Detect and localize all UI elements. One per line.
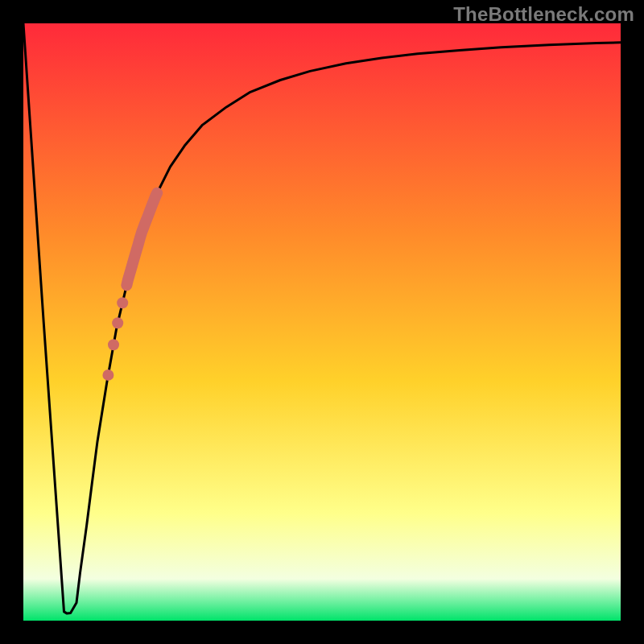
watermark-text: TheBottleneck.com <box>453 3 634 26</box>
bottleneck-chart <box>0 0 644 644</box>
highlight-dot <box>112 317 123 328</box>
highlight-dot <box>102 369 114 381</box>
chart-frame: { "watermark": "TheBottleneck.com", "col… <box>0 0 644 644</box>
highlight-dot <box>108 339 119 350</box>
highlight-dot <box>117 297 128 308</box>
